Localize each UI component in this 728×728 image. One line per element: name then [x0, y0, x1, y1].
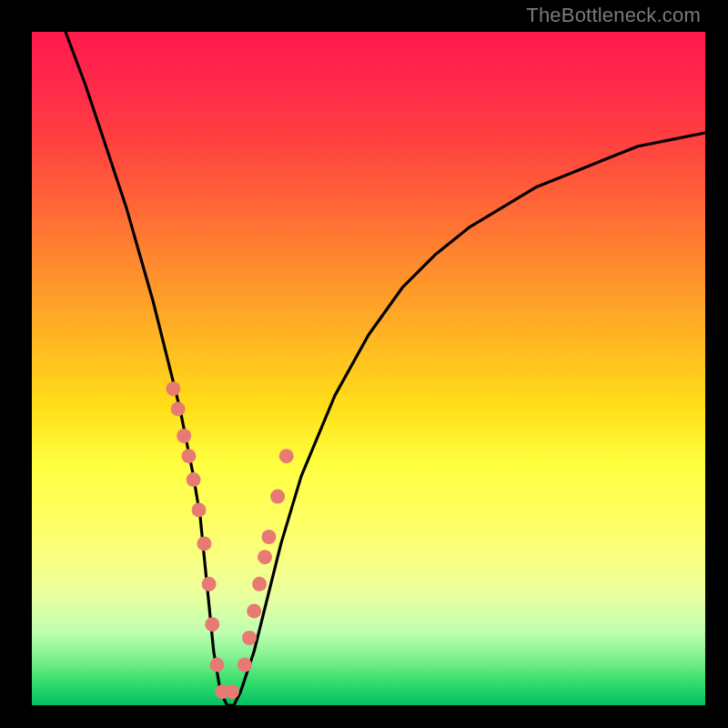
marker-dot	[171, 401, 186, 416]
bottleneck-curve	[66, 32, 705, 705]
marker-dot	[202, 577, 217, 592]
marker-dot	[247, 603, 261, 618]
plot-area	[32, 32, 705, 705]
chart-frame: TheBottleneck.com	[0, 0, 728, 728]
marker-dot	[181, 449, 196, 463]
marker-dot	[210, 658, 225, 672]
marker-dot	[258, 550, 272, 564]
marker-dot	[238, 658, 252, 672]
marker-dot	[192, 502, 207, 517]
marker-dot	[197, 536, 211, 551]
marker-dot	[252, 577, 267, 592]
marker-dot	[225, 684, 239, 699]
watermark-text: TheBottleneck.com	[526, 4, 701, 27]
marker-dot	[187, 472, 201, 487]
marker-dot	[279, 449, 294, 463]
marker-dot	[177, 429, 191, 443]
highlighted-points	[166, 381, 293, 699]
marker-dot	[262, 530, 277, 544]
marker-dot	[242, 631, 257, 645]
marker-dot	[270, 490, 285, 504]
chart-svg	[32, 32, 705, 705]
marker-dot	[166, 381, 180, 396]
marker-dot	[205, 617, 219, 632]
